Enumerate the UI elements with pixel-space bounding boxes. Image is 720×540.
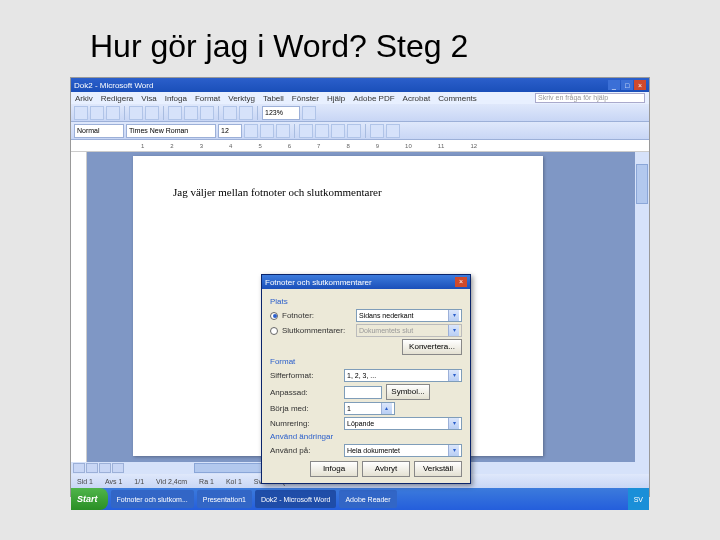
combo-anvand[interactable]: Hela dokumentet▾ <box>344 444 462 457</box>
horizontal-ruler[interactable]: 123456789101112 <box>71 140 649 152</box>
status-col: Kol 1 <box>226 478 242 485</box>
justify-button[interactable] <box>347 124 361 138</box>
view-outline-button[interactable] <box>112 463 124 473</box>
chevron-down-icon: ▾ <box>448 370 459 381</box>
new-doc-button[interactable] <box>74 106 88 120</box>
numrering-label: Numrering: <box>270 419 340 428</box>
anvand-label: Använd på: <box>270 446 340 455</box>
combo-sifferformat[interactable]: 1, 2, 3, ...▾ <box>344 369 462 382</box>
view-normal-button[interactable] <box>73 463 85 473</box>
align-right-button[interactable] <box>331 124 345 138</box>
group-anvand-label: Använd ändringar <box>270 432 462 441</box>
menu-adobe-pdf[interactable]: Adobe PDF <box>353 94 394 103</box>
preview-button[interactable] <box>145 106 159 120</box>
document-text: Jag väljer mellan fotnoter och slutkomme… <box>173 186 503 198</box>
start-button[interactable]: Start <box>71 488 108 510</box>
align-left-button[interactable] <box>299 124 313 138</box>
infoga-button[interactable]: Infoga <box>310 461 358 477</box>
dialog-title: Fotnoter och slutkommentarer <box>265 278 372 287</box>
slide-title: Hur gör jag i Word? Steg 2 <box>90 28 680 65</box>
chevron-down-icon: ▾ <box>448 418 459 429</box>
combo-numrering[interactable]: Löpande▾ <box>344 417 462 430</box>
menu-hjalp[interactable]: Hjälp <box>327 94 345 103</box>
menu-verktyg[interactable]: Verktyg <box>228 94 255 103</box>
footnote-dialog: Fotnoter och slutkommentarer × Plats Fot… <box>261 274 471 484</box>
taskbar-item[interactable]: Adobe Reader <box>339 490 396 508</box>
minimize-button[interactable]: _ <box>608 80 620 90</box>
radio-fotnoter[interactable] <box>270 312 278 320</box>
status-pages: 1/1 <box>134 478 144 485</box>
status-page: Sid 1 <box>77 478 93 485</box>
radio-fotnoter-label: Fotnoter: <box>282 311 352 320</box>
menubar: Arkiv Redigera Visa Infoga Format Verkty… <box>71 92 649 104</box>
taskbar-item[interactable]: Fotnoter och slutkom... <box>111 490 194 508</box>
chevron-down-icon: ▾ <box>448 445 459 456</box>
menu-tabell[interactable]: Tabell <box>263 94 284 103</box>
menu-visa[interactable]: Visa <box>141 94 156 103</box>
avbryt-button[interactable]: Avbryt <box>362 461 410 477</box>
paste-button[interactable] <box>200 106 214 120</box>
cut-button[interactable] <box>168 106 182 120</box>
system-tray[interactable]: SV <box>628 488 649 510</box>
konvertera-button[interactable]: Konvertera... <box>402 339 462 355</box>
document-area: Jag väljer mellan fotnoter och slutkomme… <box>71 152 649 462</box>
numbering-button[interactable] <box>386 124 400 138</box>
standard-toolbar: 123% <box>71 104 649 122</box>
verkstall-button[interactable]: Verkställ <box>414 461 462 477</box>
undo-button[interactable] <box>223 106 237 120</box>
maximize-button[interactable]: □ <box>621 80 633 90</box>
vertical-scrollbar[interactable] <box>635 152 649 462</box>
menu-arkiv[interactable]: Arkiv <box>75 94 93 103</box>
style-combo[interactable]: Normal <box>74 124 124 138</box>
bold-button[interactable] <box>244 124 258 138</box>
menu-redigera[interactable]: Redigera <box>101 94 133 103</box>
status-pos: Vid 2,4cm <box>156 478 187 485</box>
help-search-input[interactable]: Skriv en fråga för hjälp <box>535 93 645 103</box>
window-title: Dok2 - Microsoft Word <box>74 81 153 90</box>
taskbar-item[interactable]: Presentation1 <box>197 490 252 508</box>
italic-button[interactable] <box>260 124 274 138</box>
dialog-titlebar[interactable]: Fotnoter och slutkommentarer × <box>262 275 470 289</box>
borja-label: Börja med: <box>270 404 340 413</box>
radio-slutkommentarer[interactable] <box>270 327 278 335</box>
group-plats-label: Plats <box>270 297 462 306</box>
menu-comments[interactable]: Comments <box>438 94 477 103</box>
symbol-button[interactable]: Symbol... <box>386 384 430 400</box>
underline-button[interactable] <box>276 124 290 138</box>
view-print-button[interactable] <box>99 463 111 473</box>
zoom-combo[interactable]: 123% <box>262 106 300 120</box>
font-combo[interactable]: Times New Roman <box>126 124 216 138</box>
combo-slut-placement: Dokumentets slut▾ <box>356 324 462 337</box>
radio-slutkommentarer-label: Slutkommentarer: <box>282 326 352 335</box>
fontsize-combo[interactable]: 12 <box>218 124 242 138</box>
input-anpassad[interactable] <box>344 386 382 399</box>
menu-infoga[interactable]: Infoga <box>165 94 187 103</box>
close-button[interactable]: × <box>634 80 646 90</box>
windows-taskbar: Start Fotnoter och slutkom... Presentati… <box>71 488 649 510</box>
spinner-icon: ▴ <box>381 403 392 414</box>
group-format-label: Format <box>270 357 462 366</box>
copy-button[interactable] <box>184 106 198 120</box>
anpassad-label: Anpassad: <box>270 388 340 397</box>
status-line: Ra 1 <box>199 478 214 485</box>
chevron-down-icon: ▾ <box>448 310 459 321</box>
menu-format[interactable]: Format <box>195 94 220 103</box>
menu-acrobat[interactable]: Acrobat <box>403 94 431 103</box>
window-titlebar: Dok2 - Microsoft Word _ □ × <box>71 78 649 92</box>
vertical-ruler[interactable] <box>71 152 87 462</box>
save-button[interactable] <box>106 106 120 120</box>
print-button[interactable] <box>129 106 143 120</box>
align-center-button[interactable] <box>315 124 329 138</box>
combo-fotnot-placement[interactable]: Sidans nederkant▾ <box>356 309 462 322</box>
dialog-close-button[interactable]: × <box>455 277 467 287</box>
open-button[interactable] <box>90 106 104 120</box>
word-screenshot: Dok2 - Microsoft Word _ □ × Arkiv Redige… <box>70 77 650 497</box>
view-web-button[interactable] <box>86 463 98 473</box>
sifferformat-label: Sifferformat: <box>270 371 340 380</box>
spinner-borja[interactable]: 1▴ <box>344 402 395 415</box>
redo-button[interactable] <box>239 106 253 120</box>
taskbar-item[interactable]: Dok2 - Microsoft Word <box>255 490 337 508</box>
menu-fonster[interactable]: Fönster <box>292 94 319 103</box>
help-button[interactable] <box>302 106 316 120</box>
bullets-button[interactable] <box>370 124 384 138</box>
